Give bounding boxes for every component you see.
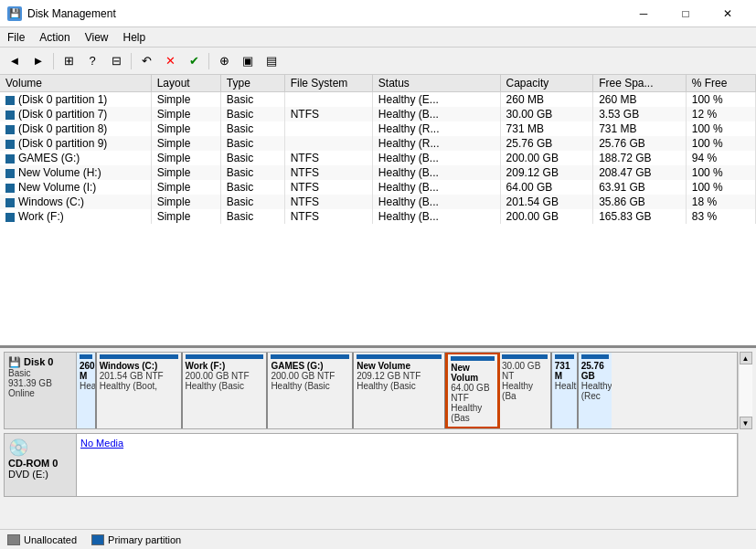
legend-unallocated: Unallocated [7, 534, 77, 545]
back-button[interactable]: ◄ [4, 51, 26, 71]
cell-layout: Simple [151, 121, 220, 136]
forward-button[interactable]: ► [27, 51, 49, 71]
properties-button[interactable]: ⊟ [105, 51, 127, 71]
partition-work-f[interactable]: Work (F:) 200.00 GB NTF Healthy (Basic [183, 353, 269, 428]
cell-pct: 18 % [686, 195, 755, 209]
col-layout[interactable]: Layout [151, 75, 220, 92]
table-body: (Disk 0 partition 1) Simple Basic Health… [0, 92, 756, 225]
disk-scroll-area[interactable]: 💾 Disk 0 Basic 931.39 GB Online 260 M He… [4, 352, 752, 545]
partition-260m[interactable]: 260 M Heal [77, 353, 97, 428]
scroll-up-arrow[interactable]: ▲ [740, 352, 752, 364]
col-pctfree[interactable]: % Free [686, 75, 755, 92]
minimize-button[interactable]: ─ [623, 0, 665, 27]
menu-help[interactable]: Help [116, 29, 154, 45]
col-type[interactable]: Type [220, 75, 284, 92]
window-controls: ─ □ ✕ [623, 0, 749, 27]
toolbar-sep-3 [208, 53, 209, 69]
disk-0-status: Online [8, 388, 72, 398]
cell-layout: Simple [151, 107, 220, 121]
table-row[interactable]: (Disk 0 partition 7) Simple Basic NTFS H… [0, 107, 756, 121]
toolbar: ◄ ► ⊞ ? ⊟ ↶ ✕ ✔ ⊕ ▣ ▤ [0, 48, 756, 75]
cell-free: 208.47 GB [593, 165, 687, 180]
cell-capacity: 209.12 GB [500, 165, 593, 180]
toolbar-sep-1 [53, 53, 54, 69]
cell-type: Basic [220, 107, 284, 121]
cell-fs [284, 136, 372, 151]
partition-30gb[interactable]: 30.00 GB NT Healthy (Ba [499, 353, 552, 428]
table-row[interactable]: (Disk 0 partition 1) Simple Basic Health… [0, 92, 756, 108]
cell-layout: Simple [151, 165, 220, 180]
table-row[interactable]: New Volume (I:) Simple Basic NTFS Health… [0, 180, 756, 195]
cdrom-0-label: 💿 CD-ROM 0 DVD (E:) [4, 433, 77, 497]
disk-view-button[interactable]: ⊞ [58, 51, 80, 71]
cell-volume: GAMES (G:) [0, 151, 151, 165]
scroll-down-arrow[interactable]: ▼ [740, 417, 752, 429]
table-row[interactable]: (Disk 0 partition 9) Simple Basic Health… [0, 136, 756, 151]
cell-type: Basic [220, 136, 284, 151]
disk-0-size: 931.39 GB [8, 378, 72, 388]
col-filesystem[interactable]: File System [284, 75, 372, 92]
cell-type: Basic [220, 121, 284, 136]
partition-windows-c[interactable]: Windows (C:) 201.54 GB NTF Healthy (Boot… [97, 353, 183, 428]
cell-volume: New Volume (H:) [0, 165, 151, 180]
close-button[interactable]: ✕ [707, 0, 749, 27]
cell-layout: Simple [151, 180, 220, 195]
check-button[interactable]: ✔ [183, 51, 205, 71]
partition-games-g[interactable]: GAMES (G:) 200.00 GB NTF Healthy (Basic [268, 353, 354, 428]
cell-volume: Windows (C:) [0, 195, 151, 209]
legend-primary-box [91, 534, 104, 545]
cell-pct: 100 % [686, 92, 755, 108]
partition-new-volume-i[interactable]: New Volum 64.00 GB NTF Healthy (Bas [446, 353, 499, 428]
menu-action[interactable]: Action [32, 29, 77, 45]
lower-panel: 💾 Disk 0 Basic 931.39 GB Online 260 M He… [0, 348, 756, 549]
no-media-label[interactable]: No Media [80, 438, 123, 449]
cell-status: Healthy (R... [372, 121, 500, 136]
table-row[interactable]: GAMES (G:) Simple Basic NTFS Healthy (B.… [0, 151, 756, 165]
table-row[interactable]: New Volume (H:) Simple Basic NTFS Health… [0, 165, 756, 180]
scrollbar[interactable]: ▲ ▼ [738, 352, 752, 429]
disk-0-partitions: 260 M Heal Windows (C:) 201.54 GB NTF He… [77, 352, 738, 429]
cell-status: Healthy (B... [372, 195, 500, 209]
cell-free: 731 MB [593, 121, 687, 136]
partition-new-volume-h[interactable]: New Volume 209.12 GB NTF Healthy (Basic [354, 353, 446, 428]
cell-layout: Simple [151, 209, 220, 224]
menu-view[interactable]: View [78, 29, 116, 45]
layout-button[interactable]: ▣ [237, 51, 259, 71]
col-capacity[interactable]: Capacity [500, 75, 593, 92]
cell-capacity: 64.00 GB [500, 180, 593, 195]
menu-file[interactable]: File [0, 29, 32, 45]
maximize-button[interactable]: □ [665, 0, 707, 27]
table-row[interactable]: (Disk 0 partition 8) Simple Basic Health… [0, 121, 756, 136]
help-button[interactable]: ? [81, 51, 103, 71]
new-button[interactable]: ⊕ [213, 51, 235, 71]
col-status[interactable]: Status [372, 75, 500, 92]
cell-capacity: 200.00 GB [500, 209, 593, 224]
cell-layout: Simple [151, 136, 220, 151]
window-title: Disk Management [27, 7, 116, 20]
delete-button[interactable]: ✕ [159, 51, 181, 71]
table-row[interactable]: Windows (C:) Simple Basic NTFS Healthy (… [0, 195, 756, 209]
cell-capacity: 731 MB [500, 121, 593, 136]
cell-fs: NTFS [284, 180, 372, 195]
col-volume[interactable]: Volume [0, 75, 151, 92]
cell-type: Basic [220, 92, 284, 108]
cell-layout: Simple [151, 195, 220, 209]
partition-2576gb[interactable]: 25.76 GB Healthy (Rec [579, 353, 612, 428]
cdrom-0-content: No Media [77, 433, 738, 497]
refresh-button[interactable]: ↶ [135, 51, 157, 71]
table-row[interactable]: Work (F:) Simple Basic NTFS Healthy (B..… [0, 209, 756, 224]
partition-731m[interactable]: 731 M Health [552, 353, 579, 428]
list-button[interactable]: ▤ [261, 51, 282, 71]
cdrom-0-name: CD-ROM 0 [8, 458, 72, 469]
cell-free: 3.53 GB [593, 107, 687, 121]
cell-pct: 94 % [686, 151, 755, 165]
volume-table: Volume Layout Type File System Status Ca… [0, 75, 756, 224]
cell-fs: NTFS [284, 165, 372, 180]
cell-type: Basic [220, 151, 284, 165]
cell-layout: Simple [151, 92, 220, 108]
cell-volume: (Disk 0 partition 1) [0, 92, 151, 108]
col-freespace[interactable]: Free Spa... [593, 75, 687, 92]
cell-status: Healthy (B... [372, 151, 500, 165]
legend-unalloc-box [7, 534, 20, 545]
cell-fs: NTFS [284, 151, 372, 165]
